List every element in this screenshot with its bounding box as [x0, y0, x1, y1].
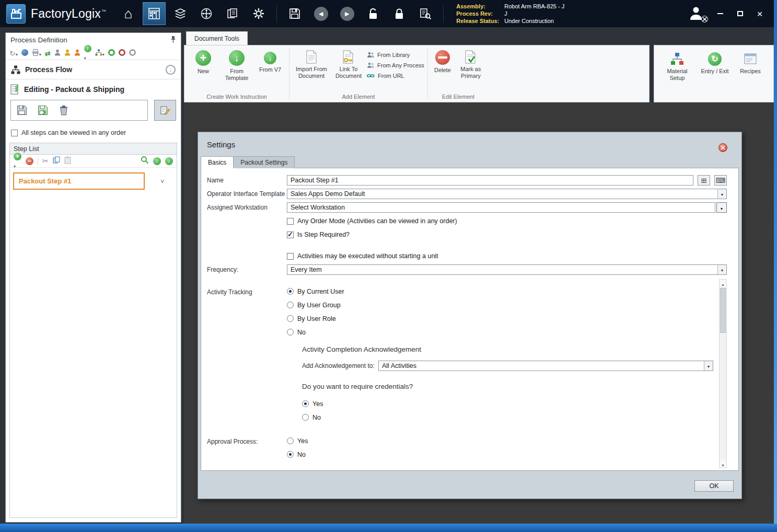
dialog-close-button[interactable]: [718, 143, 727, 152]
status-gray-button[interactable]: [129, 49, 136, 58]
reports-button[interactable]: [221, 2, 244, 25]
save-step-button[interactable]: [14, 102, 30, 119]
zoom-step-button[interactable]: [141, 156, 149, 166]
globe-icon: [21, 49, 28, 56]
radio-icon: [287, 288, 294, 295]
forward-icon: [345, 11, 349, 17]
radio-tracking-no[interactable]: No: [287, 328, 344, 336]
radio-credentials-no[interactable]: No: [302, 413, 719, 421]
step-required-checkbox[interactable]: [287, 232, 294, 238]
back-button[interactable]: [309, 2, 332, 25]
export-button[interactable]: [84, 45, 91, 62]
radio-by-current-user[interactable]: By Current User: [287, 287, 344, 295]
radio-by-user-group[interactable]: By User Group: [287, 301, 344, 309]
edit-instruction-button[interactable]: [154, 100, 176, 121]
expand-step-icon[interactable]: [160, 177, 165, 186]
from-v7-button[interactable]: From V7: [254, 48, 286, 74]
any-order-checkbox[interactable]: [11, 130, 18, 136]
no-unit-checkbox[interactable]: [287, 253, 294, 260]
search-button[interactable]: [414, 2, 437, 25]
process-definition-button[interactable]: [143, 2, 166, 25]
ok-button[interactable]: OK: [694, 480, 734, 492]
process-flow-row[interactable]: Process Flow: [6, 60, 181, 79]
cut-button[interactable]: [42, 156, 49, 166]
ack-select[interactable]: All Activities: [378, 361, 713, 371]
home-button[interactable]: [117, 2, 140, 25]
link-icon: [367, 73, 375, 79]
user-orange-button[interactable]: [74, 49, 80, 58]
new-button[interactable]: New: [188, 48, 219, 76]
move-down-button[interactable]: [165, 157, 173, 165]
minimize-button[interactable]: [714, 8, 726, 19]
globe-button[interactable]: [21, 49, 28, 58]
paste-button[interactable]: [64, 156, 71, 166]
import-step-button[interactable]: [34, 102, 51, 119]
navigate-button[interactable]: [195, 2, 218, 25]
radio-approval-yes[interactable]: Yes: [287, 437, 308, 445]
pin-button[interactable]: [170, 36, 176, 45]
status-green-button[interactable]: [108, 49, 115, 58]
scroll-down-button[interactable]: [720, 460, 726, 468]
delete-element-button[interactable]: Delete: [431, 48, 454, 75]
remove-step-button[interactable]: [26, 157, 33, 165]
from-url-button[interactable]: From URL: [367, 71, 424, 81]
minimize-icon: [717, 13, 723, 14]
radio-icon: [287, 451, 294, 458]
add-step-button[interactable]: [14, 153, 21, 170]
special-chars-button[interactable]: [698, 175, 710, 186]
step-item-packout-step-1[interactable]: Packout Step #1: [13, 172, 145, 190]
name-input[interactable]: [287, 175, 693, 186]
scrollbar-thumb[interactable]: [720, 288, 726, 333]
recipes-button[interactable]: Recipes: [736, 50, 765, 100]
magnifier-icon: [141, 156, 149, 164]
keyboard-button[interactable]: [714, 175, 727, 186]
entry-exit-button[interactable]: ↻ Entry / Exit: [698, 50, 732, 100]
logoff-button[interactable]: [688, 6, 706, 21]
materials-button[interactable]: [169, 2, 192, 25]
flow-tree-button[interactable]: [95, 49, 105, 58]
close-button[interactable]: [754, 8, 766, 19]
radio-by-user-role[interactable]: By User Role: [287, 315, 344, 322]
radio-credentials-yes[interactable]: Yes: [302, 400, 719, 408]
tab-document-tools[interactable]: Document Tools: [186, 31, 248, 45]
org-chart-icon: [11, 65, 20, 74]
vertical-scrollbar[interactable]: [719, 279, 727, 468]
save-button[interactable]: [283, 2, 306, 25]
close-icon: [757, 9, 762, 19]
scroll-up-button[interactable]: [720, 280, 726, 287]
new-label: New: [198, 68, 209, 75]
from-template-button[interactable]: From Template: [221, 48, 252, 83]
import-from-document-button[interactable]: Import From Document: [293, 48, 330, 80]
collapse-button[interactable]: [166, 65, 176, 75]
radio-icon: [287, 329, 294, 336]
unlock-button[interactable]: [362, 2, 385, 25]
material-setup-button[interactable]: Material Setup: [660, 50, 694, 100]
delete-step-button[interactable]: [55, 102, 72, 119]
maximize-button[interactable]: [734, 8, 746, 19]
mark-as-primary-button[interactable]: Mark as Primary: [456, 48, 485, 80]
radio-icon: [287, 437, 294, 444]
user-gold-button[interactable]: [64, 49, 71, 58]
forward-button[interactable]: [335, 2, 358, 25]
from-library-button[interactable]: From Library: [367, 50, 424, 60]
print-button[interactable]: [32, 49, 41, 58]
refresh-button[interactable]: ↻: [9, 49, 18, 58]
sync-button[interactable]: ⇄: [45, 49, 51, 58]
edit-document-icon: [160, 106, 170, 115]
workstation-drop-button[interactable]: [716, 202, 727, 213]
any-order-mode-checkbox[interactable]: [287, 218, 294, 225]
lock-button[interactable]: [388, 2, 411, 25]
from-any-process-button[interactable]: From Any Process: [367, 60, 424, 71]
tab-packout-settings[interactable]: Packout Settings: [234, 156, 295, 168]
radio-approval-no[interactable]: No: [287, 450, 308, 458]
settings-button[interactable]: [247, 2, 270, 25]
status-red-button[interactable]: [119, 49, 125, 58]
copy-button[interactable]: [53, 156, 60, 166]
oit-select[interactable]: Sales Apps Demo Default: [287, 189, 727, 199]
user-button[interactable]: [54, 49, 61, 58]
tab-basics[interactable]: Basics: [201, 156, 234, 168]
workstation-select[interactable]: Select Workstation: [287, 202, 715, 213]
frequency-select[interactable]: Every Item: [287, 264, 727, 275]
link-to-document-button[interactable]: Link To Document: [332, 48, 365, 80]
move-up-button[interactable]: [153, 157, 161, 165]
